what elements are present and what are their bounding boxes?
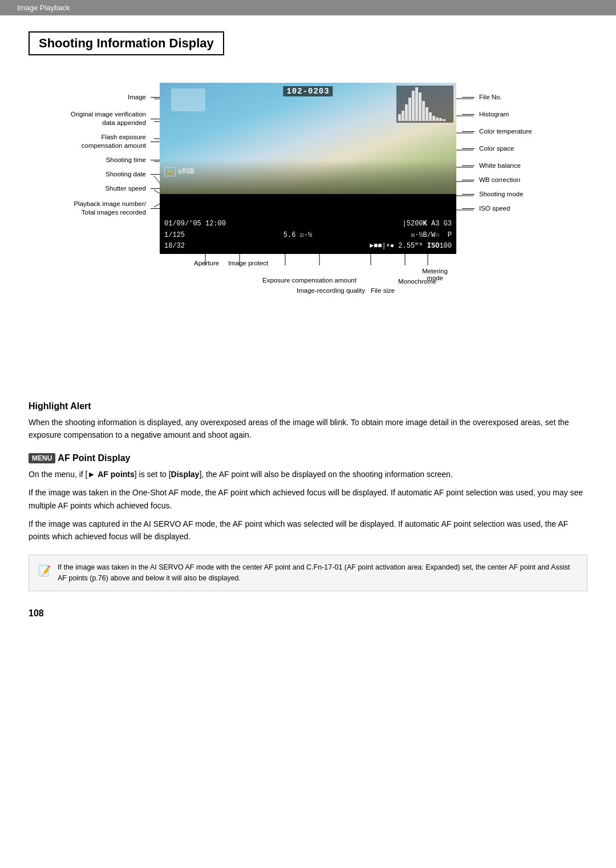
ann-shooting-time: Shooting time <box>106 156 146 164</box>
af-point-title: AF Point Display <box>58 453 130 463</box>
breadcrumb-text: Image Playback <box>17 3 70 12</box>
shooting-date-value: 01/09/'05 12:00 <box>164 219 226 229</box>
ann-shooting-date: Shooting date <box>106 170 146 179</box>
srgb-area: 🔒 sRGB <box>164 167 194 176</box>
ann-shutter-speed: Shutter speed <box>105 184 146 193</box>
section-title: Shooting Information Display <box>39 36 214 51</box>
ann-iso-speed: ISO speed <box>479 204 510 213</box>
ann-metering-mode: Metering mode <box>414 268 456 281</box>
lcd-data-rows: 01/09/'05 12:00 |5200K A3 G3 1/125 5.6 ☑… <box>160 216 456 254</box>
ann-color-space: Color space <box>479 144 514 153</box>
mode-value: ☒·½B/W○ P <box>411 230 452 241</box>
quality-iso: ►■■|+● 2.55ᴹᴺ ISO100 <box>370 241 452 252</box>
af-point-para-3: If the image was captured in the AI SERV… <box>29 518 587 543</box>
srgb-label: sRGB <box>178 168 194 176</box>
note-icon: 📝 <box>38 563 51 584</box>
af-point-section: MENU AF Point Display On the menu, if [►… <box>29 453 587 543</box>
ann-image-recording: Image-recording quality <box>297 287 365 294</box>
section-title-box: Shooting Information Display <box>29 31 224 55</box>
histogram <box>396 86 453 123</box>
svg-line-5 <box>154 190 160 193</box>
ann-color-temp: Color temperature <box>479 127 532 136</box>
highlight-alert-title: Highlight Alert <box>29 401 587 411</box>
svg-line-6 <box>154 204 160 207</box>
af-point-para-1: On the menu, if [► AF points] is set to … <box>29 468 587 481</box>
ann-shooting-mode: Shooting mode <box>479 190 523 199</box>
color-temp-value: |5200K A3 G3 <box>403 219 452 229</box>
ann-image: Image <box>128 93 146 102</box>
playback-number: 18/32 <box>164 241 185 252</box>
lcd-row-3: 18/32 ►■■|+● 2.55ᴹᴺ ISO100 <box>164 241 452 252</box>
lcd-image: 102-0203 🔒 sRGB <box>160 83 456 194</box>
lcd-row-2: 1/125 5.6 ☑-½ ☒·½B/W○ P <box>164 230 452 241</box>
ann-file-size: File size <box>371 287 395 294</box>
note-text: If the image was taken in the AI SERVO A… <box>58 562 578 584</box>
ann-image-protect: Image protect <box>228 260 268 267</box>
ann-white-balance: White balance <box>479 162 521 170</box>
lock-icon: 🔒 <box>164 167 176 176</box>
aperture-value: 5.6 ☑-½ <box>283 230 312 241</box>
svg-line-4 <box>154 176 160 183</box>
ann-verification: Original image verificationdata appended <box>71 110 146 127</box>
af-point-title-row: MENU AF Point Display <box>29 453 587 463</box>
note-box: 📝 If the image was taken in the AI SERVO… <box>29 555 587 592</box>
diagram-container: Image Original image verificationdata ap… <box>29 71 587 317</box>
ann-fileno: File No. <box>479 93 502 102</box>
ann-wb-correction: WB correction <box>479 176 520 184</box>
highlight-alert-body: When the shooting information is display… <box>29 416 587 442</box>
menu-icon-label: MENU <box>29 453 55 463</box>
breadcrumb-bar: Image Playback <box>0 0 616 15</box>
file-number: 102-0203 <box>283 86 333 96</box>
lcd-row-1: 01/09/'05 12:00 |5200K A3 G3 <box>164 219 452 229</box>
af-point-para-2: If the image was taken in the One-Shot A… <box>29 486 587 512</box>
ann-exposure-comp: Exposure compensation amount <box>262 277 356 284</box>
ann-playback-number: Playback image number/Total images recor… <box>74 200 146 217</box>
shutter-value: 1/125 <box>164 230 185 241</box>
ann-histogram: Histogram <box>479 110 509 119</box>
highlight-alert-section: Highlight Alert When the shooting inform… <box>29 401 587 442</box>
page-number: 108 <box>29 608 587 619</box>
ann-flash: Flash exposurecompensation amount <box>82 133 146 150</box>
ann-aperture: Aperture <box>194 260 219 267</box>
lcd-display: 102-0203 🔒 sRGB 01/09/'05 12:00 |5200K A… <box>160 83 456 254</box>
